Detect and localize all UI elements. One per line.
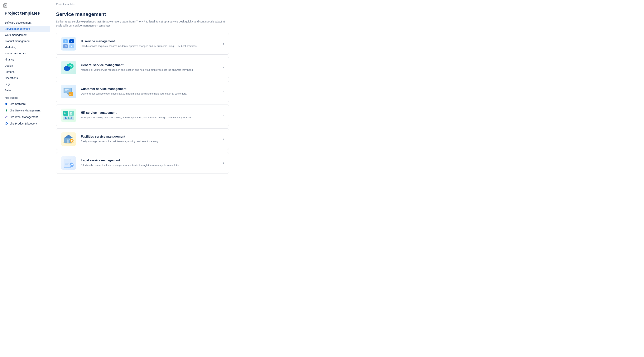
- jira-software-label: Jira Software: [10, 102, 26, 106]
- svg-text:☑: ☑: [64, 45, 67, 48]
- legal-service-management-desc: Effortlessly create, track and manage yo…: [81, 163, 216, 167]
- svg-point-12: [71, 66, 72, 67]
- sidebar-nav: Software development Service management …: [0, 20, 50, 93]
- sidebar-item-jira-product-discovery[interactable]: Jira Product Discovery: [0, 120, 50, 127]
- it-service-management-title: IT service management: [81, 40, 216, 43]
- jira-service-management-icon: [4, 109, 8, 112]
- svg-point-13: [68, 66, 70, 67]
- it-service-management-desc: Handle service requests, resolve inciden…: [81, 44, 216, 48]
- jira-software-icon: [4, 102, 8, 106]
- customer-service-management-arrow: ›: [220, 90, 224, 93]
- svg-rect-18: [65, 90, 68, 91]
- sidebar-item-jira-software[interactable]: Jira Software: [0, 101, 50, 107]
- sidebar-item-design[interactable]: Design: [0, 63, 50, 69]
- svg-point-29: [65, 117, 67, 119]
- hr-service-management-arrow: ›: [220, 114, 224, 117]
- svg-point-31: [70, 117, 72, 119]
- general-service-management-icon: [61, 61, 76, 74]
- template-card-it-service-management[interactable]: ⚙ ↗ ☑ ⊞ IT service management Handle ser…: [56, 33, 229, 55]
- facilities-service-management-icon: [61, 132, 76, 146]
- svg-point-46: [72, 164, 73, 165]
- sidebar-item-personal[interactable]: Personal: [0, 69, 50, 75]
- sidebar-title: Project templates: [0, 9, 50, 20]
- sidebar: ✕ Project templates Software development…: [0, 0, 50, 357]
- page-title: Service management: [56, 11, 638, 17]
- svg-rect-41: [65, 161, 70, 161]
- template-info-customer: Customer service management Deliver grea…: [81, 87, 216, 96]
- customer-service-management-icon: [61, 85, 76, 98]
- facilities-service-management-desc: Easily manage requests for maintenance, …: [81, 140, 216, 143]
- template-card-legal-service-management[interactable]: Legal service management Effortlessly cr…: [56, 152, 229, 174]
- template-card-customer-service-management[interactable]: Customer service management Deliver grea…: [56, 81, 229, 102]
- sidebar-item-legal[interactable]: Legal: [0, 81, 50, 87]
- sidebar-item-work-management[interactable]: Work management: [0, 32, 50, 38]
- customer-service-management-desc: Deliver great service experiences fast w…: [81, 92, 216, 96]
- jira-product-discovery-icon: [4, 122, 8, 125]
- template-info-it: IT service management Handle service req…: [81, 40, 216, 48]
- svg-point-30: [68, 117, 70, 119]
- jira-work-management-icon: [4, 115, 8, 119]
- template-card-general-service-management[interactable]: General service management Manage all yo…: [56, 57, 229, 78]
- it-service-management-arrow: ›: [220, 42, 224, 46]
- hr-service-management-title: HR service management: [81, 111, 216, 115]
- svg-text:⊞: ⊞: [70, 45, 72, 48]
- hr-service-management-icon: ✕ ✕ ✓: [61, 109, 76, 122]
- sidebar-item-marketing[interactable]: Marketing: [0, 44, 50, 50]
- svg-rect-17: [65, 89, 68, 90]
- svg-text:↗: ↗: [70, 40, 72, 43]
- svg-point-10: [64, 66, 70, 71]
- products-section-label: PRODUCTS: [0, 93, 50, 101]
- customer-service-management-title: Customer service management: [81, 87, 216, 91]
- it-service-management-icon: ⚙ ↗ ☑ ⊞: [61, 37, 76, 51]
- template-list: ⚙ ↗ ☑ ⊞ IT service management Handle ser…: [56, 33, 229, 176]
- content-area: Service management Deliver great service…: [50, 8, 644, 182]
- template-card-hr-service-management[interactable]: ✕ ✕ ✓ HR service management Manage onboa…: [56, 105, 229, 126]
- svg-rect-21: [69, 94, 72, 95]
- legal-service-management-arrow: ›: [220, 161, 224, 165]
- main-content: Project templates Service management Del…: [50, 0, 644, 357]
- jira-product-discovery-label: Jira Product Discovery: [10, 122, 37, 125]
- hr-service-management-desc: Manage onboarding and offboarding, answe…: [81, 116, 216, 120]
- legal-service-management-icon: [61, 156, 76, 170]
- jira-service-management-label: Jira Service Management: [10, 109, 40, 112]
- svg-point-25: [70, 114, 72, 116]
- template-info-hr: HR service management Manage onboarding …: [81, 111, 216, 120]
- svg-point-24: [70, 112, 72, 114]
- svg-point-11: [70, 65, 71, 66]
- page-description: Deliver great service experiences fast. …: [56, 20, 229, 28]
- svg-text:✓: ✓: [64, 112, 66, 115]
- sidebar-item-product-management[interactable]: Product management: [0, 38, 50, 44]
- general-service-management-title: General service management: [81, 63, 216, 67]
- template-card-facilities-service-management[interactable]: Facilities service management Easily man…: [56, 128, 229, 150]
- sidebar-item-sales[interactable]: Sales: [0, 87, 50, 93]
- svg-point-0: [7, 116, 8, 116]
- template-info-facilities: Facilities service management Easily man…: [81, 135, 216, 143]
- sidebar-item-jira-work-management[interactable]: Jira Work Management: [0, 114, 50, 120]
- facilities-service-management-arrow: ›: [220, 137, 224, 141]
- svg-rect-20: [69, 93, 72, 93]
- sidebar-item-software-development[interactable]: Software development: [0, 20, 50, 26]
- sidebar-item-finance[interactable]: Finance: [0, 57, 50, 63]
- template-info-general: General service management Manage all yo…: [81, 63, 216, 72]
- svg-rect-36: [67, 140, 68, 143]
- sidebar-item-operations[interactable]: Operations: [0, 75, 50, 81]
- jira-work-management-label: Jira Work Management: [10, 116, 38, 119]
- sidebar-item-human-resources[interactable]: Human resources: [0, 50, 50, 57]
- sidebar-item-jira-service-management[interactable]: Jira Service Management: [0, 107, 50, 114]
- close-button[interactable]: ✕: [4, 4, 7, 8]
- svg-rect-43: [65, 163, 69, 164]
- svg-rect-44: [65, 164, 68, 165]
- legal-service-management-title: Legal service management: [81, 159, 216, 162]
- breadcrumb: Project templates: [50, 0, 644, 8]
- template-info-legal: Legal service management Effortlessly cr…: [81, 159, 216, 167]
- svg-text:⚙: ⚙: [64, 40, 67, 43]
- general-service-management-arrow: ›: [220, 66, 224, 69]
- sidebar-item-service-management[interactable]: Service management: [0, 26, 50, 32]
- facilities-service-management-title: Facilities service management: [81, 135, 216, 138]
- svg-rect-42: [65, 162, 69, 162]
- general-service-management-desc: Manage all your service requests in one …: [81, 68, 216, 72]
